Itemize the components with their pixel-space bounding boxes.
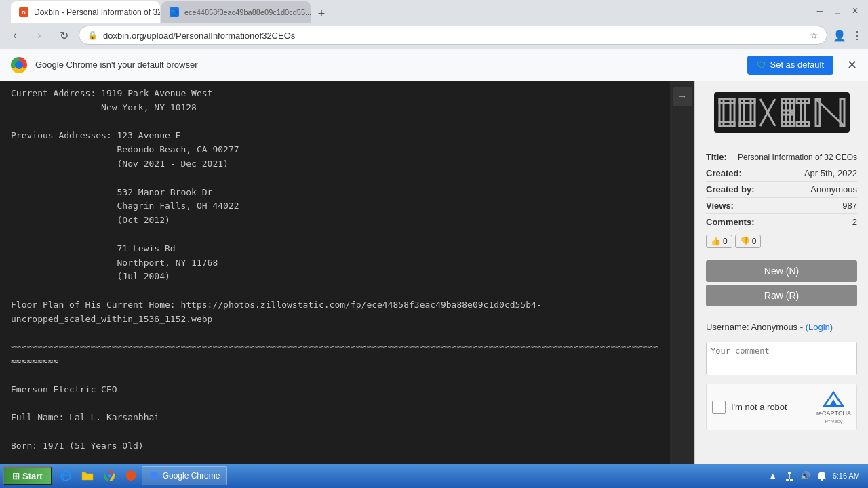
sidebar-meta: Title: Personal Information of 32 CEOs C… bbox=[695, 144, 868, 258]
new-button[interactable]: New (N) bbox=[706, 260, 857, 282]
taskbar-folder-icon[interactable] bbox=[78, 466, 97, 485]
created-label: Created: bbox=[706, 168, 742, 178]
shield-icon: 🛡 bbox=[757, 60, 766, 70]
notification-close-button[interactable]: ✕ bbox=[847, 58, 857, 73]
captcha-logo-svg bbox=[821, 390, 846, 409]
notification-text: Google Chrome isn't your default browser bbox=[35, 60, 739, 70]
created-by-label: Created by: bbox=[706, 184, 755, 195]
tab-favicon-doxbin: D bbox=[19, 7, 28, 17]
doxbin-logo bbox=[695, 81, 868, 144]
comments-value: 2 bbox=[852, 217, 857, 227]
chrome-logo-icon bbox=[11, 57, 27, 73]
captcha-checkbox[interactable] bbox=[712, 401, 726, 414]
profile-icon[interactable]: 👤 bbox=[833, 29, 846, 42]
thumbs-down-icon: 👎 bbox=[740, 237, 750, 246]
window-controls: ─ □ ✕ bbox=[812, 3, 863, 18]
taskbar-security-icon[interactable] bbox=[121, 466, 140, 485]
downvote-count: 0 bbox=[752, 237, 757, 246]
svg-marker-24 bbox=[829, 399, 837, 406]
set-default-button[interactable]: 🛡 Set as default bbox=[747, 56, 834, 75]
tray-up-arrow-icon[interactable]: ▲ bbox=[766, 469, 780, 483]
sidebar-toggle-area: → bbox=[670, 81, 694, 464]
tray-notification-icon[interactable] bbox=[815, 469, 829, 483]
meta-title-row: Title: Personal Information of 32 CEOs bbox=[706, 149, 857, 165]
tray-network-icon[interactable] bbox=[783, 469, 796, 483]
captcha-privacy-label: Privacy bbox=[825, 418, 842, 424]
comment-box bbox=[706, 342, 857, 378]
title-bar: D Doxbin - Personal Information of 32 ..… bbox=[0, 0, 868, 22]
svg-rect-35 bbox=[790, 479, 793, 481]
views-value: 987 bbox=[842, 201, 857, 211]
taskbar-tray: ▲ 🔊 6:16 AM bbox=[761, 469, 865, 483]
document-text: Current Address: 1919 Park Avenue West N… bbox=[11, 87, 659, 464]
right-sidebar: Title: Personal Information of 32 CEOs C… bbox=[694, 81, 868, 464]
svg-rect-34 bbox=[786, 479, 789, 481]
start-label: Start bbox=[22, 471, 43, 481]
minimize-button[interactable]: ─ bbox=[812, 3, 827, 18]
maximize-button[interactable]: □ bbox=[830, 3, 845, 18]
svg-point-30 bbox=[107, 474, 111, 478]
svg-rect-32 bbox=[788, 472, 791, 474]
doxbin-logo-svg bbox=[714, 92, 850, 133]
views-label: Views: bbox=[706, 201, 734, 211]
address-bar[interactable]: 🔒 doxbin.org/upload/PersonalInformationo… bbox=[79, 26, 827, 45]
tab-favicon-chrome: 🔵 bbox=[170, 7, 179, 17]
tab-active[interactable]: D Doxbin - Personal Information of 32 ..… bbox=[11, 1, 160, 23]
tray-speaker-icon[interactable]: 🔊 bbox=[799, 469, 812, 483]
username-prefix: Username: Anonymous - bbox=[706, 322, 806, 332]
document-content[interactable]: Current Address: 1919 Park Avenue West N… bbox=[0, 81, 670, 464]
taskbar: ⊞ Start Google Chrome bbox=[0, 464, 868, 488]
captcha-logo: reCAPTCHA Privacy bbox=[816, 390, 851, 424]
created-value: Apr 5th, 2022 bbox=[804, 168, 857, 178]
taskbar-ie-icon[interactable] bbox=[56, 466, 75, 485]
captcha-brand-label: reCAPTCHA bbox=[816, 410, 851, 417]
tray-icons-group: ▲ 🔊 bbox=[766, 469, 829, 483]
tab-inactive[interactable]: 🔵 ece44858f3eac49ba88e09c1d0cd55... ✕ bbox=[161, 1, 311, 23]
back-button[interactable]: ‹ bbox=[5, 26, 24, 45]
meta-created-row: Created: Apr 5th, 2022 bbox=[706, 165, 857, 182]
taskbar-app-chrome-icon bbox=[149, 471, 159, 481]
start-icon: ⊞ bbox=[12, 471, 20, 481]
refresh-button[interactable]: ↻ bbox=[54, 26, 73, 45]
title-label: Title: bbox=[706, 152, 727, 162]
title-value: Personal Information of 32 CEOs bbox=[738, 152, 857, 162]
meta-comments-row: Comments: 2 bbox=[706, 214, 857, 230]
meta-views-row: Views: 987 bbox=[706, 198, 857, 214]
start-button[interactable]: ⊞ Start bbox=[3, 466, 52, 485]
main-content: Current Address: 1919 Park Avenue West N… bbox=[0, 81, 868, 464]
downvote-button[interactable]: 👎 0 bbox=[735, 235, 762, 248]
username-row: Username: Anonymous - (Login) bbox=[695, 318, 868, 336]
lock-icon: 🔒 bbox=[87, 30, 98, 40]
taskbar-app-chrome[interactable]: Google Chrome bbox=[142, 466, 228, 485]
close-button[interactable]: ✕ bbox=[848, 3, 863, 18]
new-tab-button[interactable]: + bbox=[312, 4, 331, 23]
meta-created-by-row: Created by: Anonymous bbox=[706, 182, 857, 198]
sidebar-divider bbox=[706, 312, 857, 312]
forward-button[interactable]: › bbox=[30, 26, 49, 45]
login-link[interactable]: (Login) bbox=[806, 322, 833, 332]
upvote-button[interactable]: 👍 0 bbox=[706, 235, 732, 248]
url-display: doxbin.org/upload/PersonalInformationof3… bbox=[103, 30, 804, 41]
comment-textarea[interactable] bbox=[706, 342, 857, 375]
taskbar-chrome-icon[interactable] bbox=[100, 466, 119, 485]
comments-label: Comments: bbox=[706, 217, 755, 227]
taskbar-quick-launch bbox=[56, 466, 140, 485]
address-bar-row: ‹ › ↻ 🔒 doxbin.org/upload/PersonalInform… bbox=[0, 22, 868, 49]
sidebar-toggle-button[interactable]: → bbox=[673, 87, 692, 106]
set-default-label: Set as default bbox=[770, 60, 825, 70]
notification-bar: Google Chrome isn't your default browser… bbox=[0, 49, 868, 81]
time-display: 6:16 AM bbox=[833, 472, 860, 480]
tray-time: 6:16 AM bbox=[833, 472, 860, 480]
taskbar-app-label: Google Chrome bbox=[163, 471, 220, 481]
svg-point-36 bbox=[821, 479, 823, 481]
thumbs-up-icon: 👍 bbox=[711, 237, 721, 246]
tab-title-active: Doxbin - Personal Information of 32 ... bbox=[34, 7, 160, 17]
upvote-count: 0 bbox=[723, 237, 728, 246]
created-by-value: Anonymous bbox=[810, 184, 857, 195]
menu-icon[interactable]: ⋮ bbox=[852, 29, 863, 42]
vote-row: 👍 0 👎 0 bbox=[706, 230, 857, 252]
tab-title-inactive: ece44858f3eac49ba88e09c1d0cd55... bbox=[184, 8, 311, 16]
bookmark-icon[interactable]: ☆ bbox=[810, 30, 818, 41]
raw-button[interactable]: Raw (R) bbox=[706, 285, 857, 306]
tab-bar: D Doxbin - Personal Information of 32 ..… bbox=[5, 0, 336, 23]
